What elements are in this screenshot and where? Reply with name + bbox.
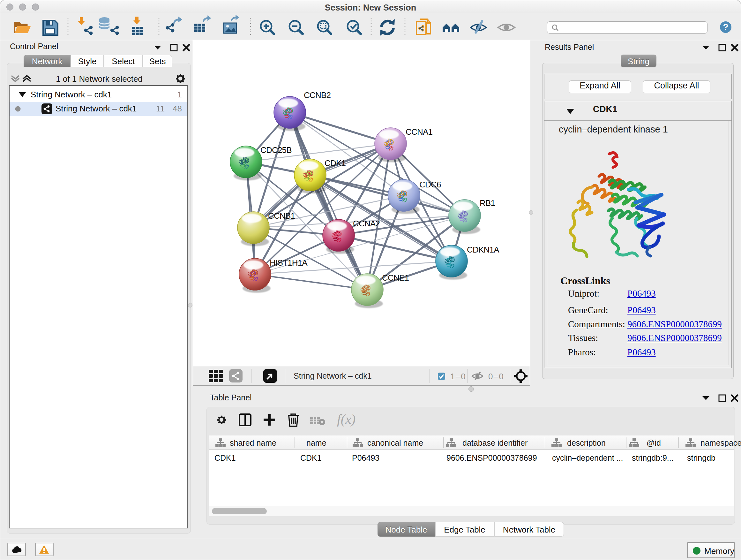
svg-text:CCNE1: CCNE1 xyxy=(382,273,409,283)
svg-text:CDKN1A: CDKN1A xyxy=(467,245,499,254)
svg-text:HIST1H1A: HIST1H1A xyxy=(270,258,308,267)
svg-text:RB1: RB1 xyxy=(480,198,495,208)
svg-text:CCNB2: CCNB2 xyxy=(304,90,331,100)
svg-text:CDC6: CDC6 xyxy=(419,180,441,189)
svg-text:CCNB1: CCNB1 xyxy=(268,211,295,221)
svg-text:CDK1: CDK1 xyxy=(325,159,346,168)
svg-text:CDC25B: CDC25B xyxy=(260,145,292,155)
svg-text:CCNA2: CCNA2 xyxy=(353,219,380,228)
svg-text:CCNA1: CCNA1 xyxy=(406,127,432,137)
